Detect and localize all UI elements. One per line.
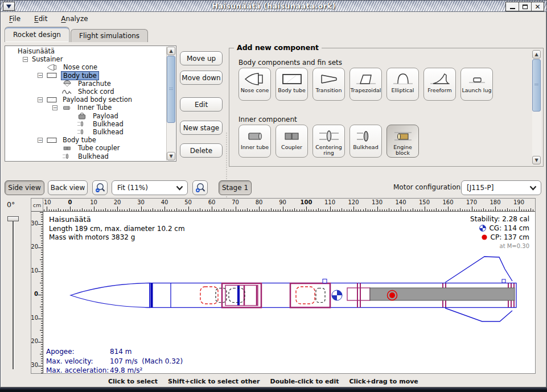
scroll-up-icon[interactable]: ▲ bbox=[167, 47, 175, 55]
scroll-down-icon[interactable]: ▼ bbox=[532, 156, 541, 164]
ruler-label: 30 bbox=[31, 362, 38, 368]
motor-configuration-select[interactable]: [J115-P] bbox=[461, 180, 541, 195]
add-engine-block-button[interactable]: Engine block bbox=[386, 125, 419, 158]
launch-lug[interactable] bbox=[502, 279, 505, 283]
menu-bar: FileEditAnalyze bbox=[1, 12, 546, 25]
add-body-tube-button[interactable]: Body tube bbox=[275, 68, 308, 101]
rocket-view-pane: cm -100102030405060708090100110120130140… bbox=[31, 198, 536, 374]
add-freeform-button[interactable]: Freeform bbox=[423, 68, 456, 101]
ruler-label: 150 bbox=[419, 199, 430, 205]
add-nose-cone-button[interactable]: Nose cone bbox=[238, 68, 271, 101]
ruler-label: 10 bbox=[31, 315, 38, 321]
fin-bottom[interactable] bbox=[445, 308, 512, 322]
component-group-label: Inner component bbox=[238, 115, 297, 123]
fin-top[interactable] bbox=[445, 257, 512, 283]
launch-lug[interactable] bbox=[323, 279, 327, 283]
menu-file[interactable]: File bbox=[9, 15, 20, 23]
maximize-button[interactable] bbox=[519, 2, 531, 11]
ruler-label: 20 bbox=[31, 338, 38, 344]
parachute-outline[interactable] bbox=[200, 287, 218, 304]
window-controls: ✕ bbox=[505, 2, 544, 11]
minimize-button[interactable] bbox=[506, 2, 519, 11]
tree-item[interactable]: Parachute bbox=[6, 80, 166, 88]
tree-item-label: Bulkhead bbox=[76, 152, 110, 160]
tree-item[interactable]: −Inner Tube bbox=[6, 104, 166, 112]
ruler-label: -30 bbox=[31, 220, 38, 226]
bulkhead-icon bbox=[76, 120, 88, 127]
move-up-button[interactable]: Move up bbox=[180, 51, 223, 65]
tree-item[interactable]: Haisunäätä bbox=[6, 47, 166, 55]
add-elliptical-button[interactable]: Elliptical bbox=[386, 68, 419, 101]
rocket-canvas[interactable]: Haisunäätä Length 189 cm, max. diameter … bbox=[44, 212, 535, 373]
tree-item[interactable]: −Sustainer bbox=[6, 55, 166, 63]
back-view-button[interactable]: Back view bbox=[48, 180, 88, 195]
tree-item[interactable]: −Payload body section bbox=[6, 96, 166, 104]
tree-item[interactable]: Shock cord bbox=[6, 88, 166, 96]
add-trapezoidal-button[interactable]: Trapezoidal bbox=[349, 68, 382, 101]
add-launch-lug-button[interactable]: Launch lug bbox=[460, 68, 493, 101]
scroll-up-icon[interactable]: ▲ bbox=[532, 50, 541, 59]
tree-item-label: Body tube bbox=[61, 71, 99, 80]
close-button[interactable]: ✕ bbox=[531, 2, 544, 11]
flight-stat-row: Max. acceleration:49.8 m/s² bbox=[46, 366, 183, 373]
rotation-slider-track[interactable] bbox=[13, 218, 14, 369]
zoom-level-select[interactable]: Fit (11%) bbox=[112, 180, 188, 195]
launchlug-icon bbox=[466, 72, 488, 86]
cg-icon bbox=[479, 225, 486, 232]
new-stage-button[interactable]: New stage bbox=[180, 121, 223, 135]
status-hint: Click+drag to move bbox=[349, 378, 418, 385]
add-inner-tube-button[interactable]: Inner tube bbox=[238, 125, 271, 158]
edit-button[interactable]: Edit bbox=[180, 97, 223, 112]
tree-collapse-icon[interactable]: − bbox=[38, 73, 43, 78]
ruler-label: 40 bbox=[161, 199, 168, 205]
add-coupler-button[interactable]: Coupler bbox=[275, 125, 308, 158]
tree-item[interactable]: −Body tube bbox=[6, 136, 166, 144]
tree-item[interactable]: Bulkhead bbox=[6, 152, 166, 160]
component-panel-scrollbar[interactable]: ▲ ▼ bbox=[532, 50, 541, 164]
menu-analyze[interactable]: Analyze bbox=[61, 15, 88, 23]
stage-1-button[interactable]: Stage 1 bbox=[219, 180, 252, 195]
flight-summary: Apogee:814 mMax. velocity:107 m/s (Mach … bbox=[46, 347, 183, 373]
tree-item[interactable]: Tube coupler bbox=[6, 144, 166, 152]
tree-collapse-icon[interactable]: − bbox=[38, 97, 43, 102]
motor-configuration-label: Motor configuration: bbox=[393, 183, 463, 191]
menu-edit[interactable]: Edit bbox=[34, 15, 47, 23]
tree-item[interactable]: Nose cone bbox=[6, 63, 166, 71]
add-centering-ring-button[interactable]: Centering ring bbox=[312, 125, 345, 158]
parachute-outline[interactable] bbox=[296, 287, 315, 304]
component-tree[interactable]: Haisunäätä−SustainerNose cone−Body tubeP… bbox=[5, 46, 176, 162]
add-bulkhead-button[interactable]: Bulkhead bbox=[349, 125, 382, 158]
component-scrollbar-thumb[interactable] bbox=[532, 59, 541, 112]
rotation-slider-handle[interactable] bbox=[7, 216, 19, 221]
cp-icon bbox=[481, 234, 488, 241]
delete-button[interactable]: Delete bbox=[180, 143, 223, 158]
centeringring-icon bbox=[318, 129, 340, 143]
tree-item-label: Payload bbox=[91, 112, 120, 120]
cg-marker bbox=[332, 290, 342, 300]
tree-collapse-icon[interactable]: − bbox=[38, 138, 43, 143]
tree-item[interactable]: Payload bbox=[6, 112, 166, 120]
title-bar[interactable]: Haisunäätä (haisunaata.ork) ✕ bbox=[1, 1, 546, 12]
tab-flight-simulations[interactable]: Flight simulations bbox=[71, 29, 148, 42]
ruler-label: 20 bbox=[114, 199, 121, 205]
add-transition-button[interactable]: Transition bbox=[312, 68, 345, 101]
move-down-button[interactable]: Move down bbox=[180, 71, 223, 85]
tree-collapse-icon[interactable]: − bbox=[52, 105, 57, 110]
scroll-down-icon[interactable]: ▼ bbox=[167, 152, 175, 160]
zoom-in-button[interactable] bbox=[192, 180, 208, 195]
tree-item-label: Tube coupler bbox=[76, 144, 122, 152]
ruler-label: 10 bbox=[90, 199, 97, 205]
tab-rocket-design[interactable]: Rocket design bbox=[5, 27, 69, 42]
tree-scrollbar-thumb[interactable] bbox=[167, 56, 175, 123]
tree-scrollbar[interactable]: ▲ ▼ bbox=[166, 47, 175, 160]
tree-collapse-icon[interactable]: − bbox=[23, 57, 28, 62]
tree-item[interactable]: Bulkhead bbox=[6, 120, 166, 128]
tree-item[interactable]: −Body tube bbox=[6, 72, 166, 80]
app-window: Haisunäätä (haisunaata.ork) ✕ FileEditAn… bbox=[0, 0, 547, 392]
tree-item[interactable]: Bulkhead bbox=[6, 128, 166, 136]
side-view-button[interactable]: Side view bbox=[5, 180, 44, 195]
rocket-info: Haisunäätä Length 189 cm, max. diameter … bbox=[49, 215, 185, 242]
bulkhead-icon bbox=[76, 128, 88, 135]
ruler-label: -10 bbox=[43, 199, 51, 205]
zoom-out-button[interactable] bbox=[92, 180, 108, 195]
